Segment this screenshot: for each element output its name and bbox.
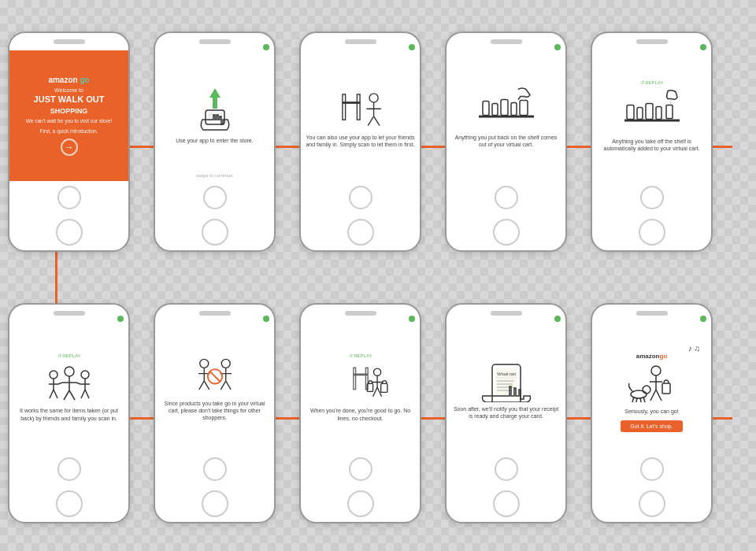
phone-2-screen: Use your app to enter the store. swipe t… — [155, 52, 274, 181]
svg-rect-22 — [656, 106, 662, 119]
svg-line-45 — [198, 381, 203, 390]
svg-marker-0 — [209, 88, 220, 109]
phone-6-text: It works the same for items taken (or pu… — [14, 407, 124, 421]
phone-2-text: Use your app to enter the store. — [176, 137, 253, 144]
svg-line-82 — [640, 398, 641, 402]
svg-rect-12 — [483, 101, 489, 115]
svg-rect-56 — [353, 374, 367, 376]
phone-3-text: You can also use your app to let your fr… — [306, 134, 415, 148]
family-gate-icon — [329, 83, 392, 131]
person-dog-icon — [624, 361, 680, 405]
shopping-text: SHOPPING — [50, 107, 88, 115]
svg-rect-62 — [380, 384, 387, 393]
phone-9-text: Soon after, we'll notify you that your r… — [451, 405, 561, 420]
svg-line-46 — [204, 381, 209, 390]
svg-point-35 — [81, 371, 89, 379]
phone-6-screen: ↺ REPLAY — [9, 324, 128, 453]
svg-rect-16 — [520, 100, 528, 115]
status-bar-6 — [9, 316, 128, 322]
status-bar-1: 9:44 AM●●● — [9, 44, 128, 49]
svg-line-23 — [670, 98, 672, 105]
svg-line-50 — [220, 381, 225, 390]
status-bar-5 — [592, 44, 711, 50]
svg-line-38 — [81, 390, 85, 398]
phone-6: ↺ REPLAY — [8, 303, 130, 523]
main-container: 9:44 AM●●● amazon go Welcome to JUST WAL… — [0, 0, 756, 551]
svg-line-10 — [373, 116, 379, 125]
svg-rect-15 — [511, 102, 517, 115]
svg-rect-13 — [492, 103, 498, 115]
status-bar-8 — [301, 316, 420, 322]
replay-tag-5: ↺ REPLAY — [640, 80, 664, 85]
svg-line-33 — [64, 390, 69, 400]
phone-3-screen: You can also use your app to let your fr… — [301, 52, 420, 181]
svg-line-40 — [58, 383, 62, 384]
svg-point-42 — [199, 359, 208, 368]
status-bar-2 — [155, 44, 274, 50]
receipt-phone-icon: Virtual cart — [475, 355, 538, 402]
svg-line-39 — [85, 390, 89, 398]
svg-rect-77 — [662, 383, 670, 394]
svg-rect-14 — [501, 99, 508, 115]
svg-point-78 — [631, 390, 647, 398]
got-it-button[interactable]: Got it. Let's shop. — [621, 420, 682, 432]
phone-5-screen: ↺ REPLAY Anything you take off the shelf… — [592, 52, 711, 181]
phone-7-text: Since products you take go in your virtu… — [160, 400, 269, 421]
phone-5-text: Anything you take off the shelf is autom… — [597, 138, 706, 152]
amazon-go-logo: amazon go — [48, 76, 89, 84]
svg-point-47 — [221, 359, 230, 368]
family-icon — [42, 361, 97, 404]
phone-3: You can also use your app to let your fr… — [299, 31, 421, 252]
phone-9: Virtual cart Soon after, we'll notify yo… — [445, 303, 567, 523]
svg-line-51 — [225, 381, 230, 390]
phone-10-screen: ♪ ♫ amazongo — [592, 324, 711, 453]
svg-line-34 — [69, 390, 75, 400]
phone-4: Anything you put back on the shelf comes… — [445, 31, 567, 252]
svg-point-30 — [65, 367, 74, 376]
shelf-put-back-icon — [475, 83, 538, 131]
welcome-text: Welcome to — [54, 87, 83, 93]
cant-wait-text: We can't wait for you to visit our store… — [26, 118, 113, 124]
just-walk-out-text: JUST WALK OUT — [34, 94, 105, 105]
take-shelf-icon — [621, 87, 684, 135]
next-button[interactable]: → — [61, 139, 78, 156]
enter-store-icon — [183, 87, 246, 134]
status-bar-9 — [447, 316, 565, 322]
swipe-hint: swipe to continue — [196, 173, 232, 178]
intro-text: First, a quick introduction. — [39, 128, 98, 134]
phone-7-screen: Since products you take go in your virtu… — [155, 324, 274, 453]
svg-line-9 — [368, 116, 373, 125]
svg-rect-19 — [627, 105, 634, 119]
status-bar-10 — [592, 316, 711, 322]
phone-5: ↺ REPLAY Anything you take off the shelf… — [591, 31, 713, 252]
phone-8-screen: ↺ REPLAY When you're done, you're good t… — [301, 324, 420, 453]
svg-rect-54 — [353, 368, 355, 390]
svg-line-53 — [209, 372, 220, 382]
status-bar-7 — [155, 316, 274, 322]
phone-2: Use your app to enter the store. swipe t… — [154, 31, 276, 252]
replay-tag-8: ↺ REPLAY — [349, 353, 372, 358]
svg-line-81 — [636, 398, 637, 402]
phone-9-screen: Virtual cart Soon after, we'll notify yo… — [447, 324, 565, 453]
svg-text:Virtual cart: Virtual cart — [497, 372, 516, 376]
phone-4-text: Anything you put back on the shelf comes… — [451, 134, 561, 148]
phone-7: Since products you take go in your virtu… — [154, 303, 276, 523]
svg-rect-4 — [357, 94, 360, 120]
phone-1-screen: amazon go Welcome to JUST WALK OUT SHOPP… — [9, 50, 128, 181]
svg-line-41 — [76, 383, 80, 384]
svg-line-29 — [54, 390, 57, 398]
svg-point-25 — [50, 371, 57, 379]
phone-1: 9:44 AM●●● amazon go Welcome to JUST WAL… — [8, 31, 130, 252]
svg-line-28 — [50, 390, 54, 398]
svg-rect-5 — [342, 102, 359, 104]
replay-tag-6: ↺ REPLAY — [57, 353, 81, 358]
phone-8: ↺ REPLAY When you're done, you're good t… — [299, 303, 421, 523]
status-bar-4 — [447, 44, 565, 50]
svg-rect-24 — [666, 105, 673, 118]
phone-4-screen: Anything you put back on the shelf comes… — [447, 52, 565, 181]
svg-line-75 — [650, 390, 656, 401]
svg-rect-3 — [342, 94, 345, 120]
svg-point-72 — [651, 366, 661, 375]
svg-line-60 — [372, 387, 377, 397]
svg-point-6 — [369, 94, 378, 102]
